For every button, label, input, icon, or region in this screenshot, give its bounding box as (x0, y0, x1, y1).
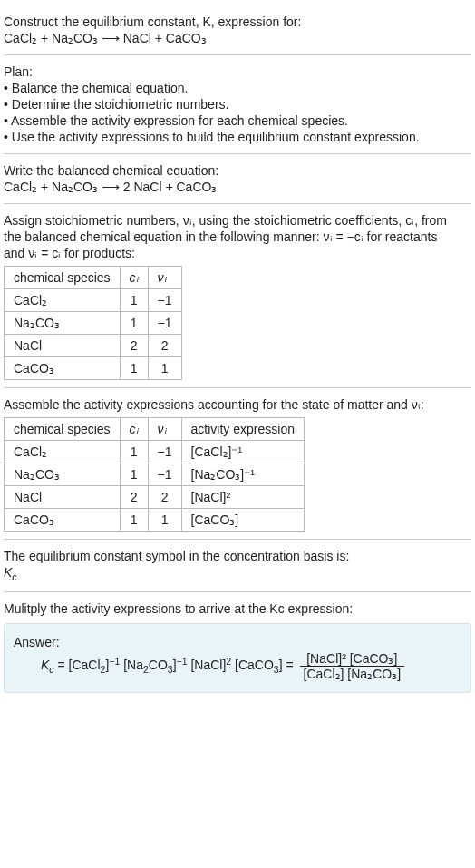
intro-line-1: Construct the equilibrium constant, K, e… (4, 15, 471, 29)
table-row: Na₂CO₃1−1[Na₂CO₃]⁻¹ (5, 463, 305, 486)
activity-table: chemical species cᵢ νᵢ activity expressi… (4, 417, 305, 532)
col-activity: activity expression (181, 418, 304, 441)
multiply-section: Mulitply the activity expressions to arr… (4, 592, 471, 700)
col-ci: cᵢ (120, 418, 148, 441)
table-row: CaCO₃11[CaCO₃] (5, 509, 305, 532)
answer-expression: Kc = [CaCl2]−1 [Na2CO3]−1 [NaCl]2 [CaCO3… (14, 651, 461, 681)
intro-section: Construct the equilibrium constant, K, e… (4, 5, 471, 55)
plan-heading: Plan: (4, 64, 471, 79)
table-row: NaCl22[NaCl]² (5, 486, 305, 509)
table-row: CaCl₂1−1 (5, 289, 182, 312)
table-row: NaCl22 (5, 335, 182, 357)
stoich-table: chemical species cᵢ νᵢ CaCl₂1−1 Na₂CO₃1−… (4, 266, 182, 380)
plan-item-2: • Determine the stoichiometric numbers. (4, 97, 471, 112)
plan-item-4: • Use the activity expressions to build … (4, 130, 471, 144)
activity-section: Assemble the activity expressions accoun… (4, 388, 471, 540)
col-species: chemical species (5, 418, 121, 441)
plan-item-3: • Assemble the activity expression for e… (4, 113, 471, 128)
answer-label: Answer: (14, 635, 461, 649)
stoich-text-2: the balanced chemical equation in the fo… (4, 229, 471, 244)
balanced-equation: CaCl₂ + Na₂CO₃ ⟶ 2 NaCl + CaCO₃ (4, 180, 471, 194)
table-row: CaCO₃11 (5, 357, 182, 380)
col-species: chemical species (5, 267, 121, 289)
table-header-row: chemical species cᵢ νᵢ activity expressi… (5, 418, 305, 441)
stoich-text-1: Assign stoichiometric numbers, νᵢ, using… (4, 213, 471, 228)
answer-box: Answer: Kc = [CaCl2]−1 [Na2CO3]−1 [NaCl]… (4, 623, 471, 693)
plan-item-1: • Balance the chemical equation. (4, 81, 471, 95)
multiply-heading: Mulitply the activity expressions to arr… (4, 601, 471, 616)
table-row: CaCl₂1−1[CaCl₂]⁻¹ (5, 441, 305, 463)
answer-numerator: [NaCl]² [CaCO₃] (300, 651, 404, 667)
col-vi: νᵢ (148, 418, 181, 441)
kc-symbol: Kc (4, 565, 471, 582)
table-header-row: chemical species cᵢ νᵢ (5, 267, 182, 289)
stoich-text-3: and νᵢ = cᵢ for products: (4, 246, 471, 260)
plan-section: Plan: • Balance the chemical equation. •… (4, 55, 471, 154)
intro-equation: CaCl₂ + Na₂CO₃ ⟶ NaCl + CaCO₃ (4, 31, 471, 45)
col-ci: cᵢ (120, 267, 148, 289)
kc-symbol-heading: The equilibrium constant symbol in the c… (4, 549, 471, 563)
balanced-heading: Write the balanced chemical equation: (4, 163, 471, 178)
table-row: Na₂CO₃1−1 (5, 312, 182, 335)
col-vi: νᵢ (148, 267, 181, 289)
balanced-section: Write the balanced chemical equation: Ca… (4, 154, 471, 204)
activity-heading: Assemble the activity expressions accoun… (4, 397, 471, 412)
stoich-section: Assign stoichiometric numbers, νᵢ, using… (4, 204, 471, 388)
answer-denominator: [CaCl₂] [Na₂CO₃] (300, 667, 404, 681)
kc-symbol-section: The equilibrium constant symbol in the c… (4, 540, 471, 592)
